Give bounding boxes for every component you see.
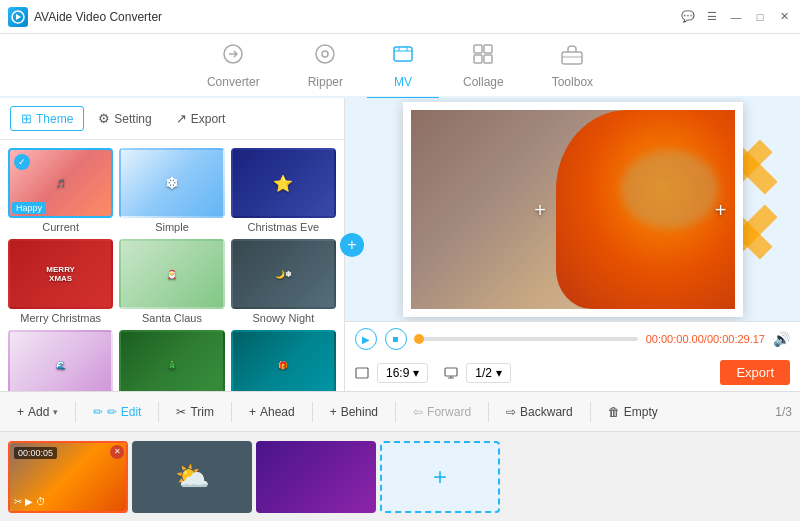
theme-item-snowy[interactable]: 🌙❄ Snowy Night bbox=[231, 239, 336, 324]
theme-label-christmas-eve: Christmas Eve bbox=[248, 221, 320, 233]
ratio-select[interactable]: 16:9 ▾ bbox=[377, 363, 428, 383]
add-label: Add bbox=[28, 405, 49, 419]
app-title: AVAide Video Converter bbox=[34, 10, 680, 24]
behind-label: Behind bbox=[341, 405, 378, 419]
theme-item-simple[interactable]: ❄ Simple bbox=[119, 148, 224, 233]
sep7 bbox=[590, 402, 591, 422]
ratio-dropdown-icon: ▾ bbox=[413, 366, 419, 380]
empty-button[interactable]: 🗑 Empty bbox=[599, 400, 667, 424]
sep1 bbox=[75, 402, 76, 422]
right-panel: + + ▶ ⏹ 00:00:00.00/00:00:29.17 🔊 bbox=[345, 98, 800, 391]
ahead-icon: + bbox=[249, 405, 256, 419]
ripper-icon bbox=[313, 42, 337, 71]
backward-button[interactable]: ⇨ Backward bbox=[497, 400, 582, 424]
theme-item-beautiful[interactable]: 🎁 Beautiful Christmas bbox=[231, 330, 336, 391]
nav-bar: Converter Ripper MV bbox=[0, 34, 800, 98]
nav-toolbox-label: Toolbox bbox=[552, 75, 593, 89]
theme-grid: ✓ 🎵 Happy Current ❄ Simple ⭐ Christmas E… bbox=[0, 140, 344, 391]
ratio-value: 16:9 bbox=[386, 366, 409, 380]
svg-rect-7 bbox=[484, 45, 492, 53]
theme-item-christmas-eve[interactable]: ⭐ Christmas Eve bbox=[231, 148, 336, 233]
film-thumb-3 bbox=[256, 441, 376, 513]
theme-badge-happy: Happy bbox=[12, 202, 46, 214]
quality-value: 1/2 bbox=[475, 366, 492, 380]
nav-converter[interactable]: Converter bbox=[183, 34, 284, 97]
svg-rect-8 bbox=[474, 55, 482, 63]
trim-button[interactable]: ✂ Trim bbox=[167, 400, 223, 424]
play-button[interactable]: ▶ bbox=[355, 328, 377, 350]
theme-item-merry[interactable]: MERRYXMAS Merry Christmas bbox=[8, 239, 113, 324]
film-scissors-icon: ✂ bbox=[14, 496, 22, 507]
film-item-1[interactable]: 00:00:05 ✕ ✂ ▶ ⏱ bbox=[8, 441, 128, 513]
preview-frame: + + bbox=[403, 102, 743, 317]
svg-rect-6 bbox=[474, 45, 482, 53]
converter-icon bbox=[221, 42, 245, 71]
title-bar: AVAide Video Converter 💬 ☰ — □ ✕ bbox=[0, 0, 800, 34]
film-time-icon: ⏱ bbox=[36, 496, 46, 507]
add-dropdown-icon: ▾ bbox=[53, 407, 58, 417]
page-info: 1/3 bbox=[775, 405, 792, 419]
tab-theme[interactable]: ⊞ Theme bbox=[10, 106, 84, 131]
film-duration-1: 00:00:05 bbox=[14, 447, 57, 459]
film-icons-1: ✂ ▶ ⏱ bbox=[14, 496, 46, 507]
export-button[interactable]: Export bbox=[720, 360, 790, 385]
tab-setting-label: Setting bbox=[114, 112, 151, 126]
menu-btn[interactable]: ☰ bbox=[704, 9, 720, 25]
sep2 bbox=[158, 402, 159, 422]
theme-item-current[interactable]: ✓ 🎵 Happy Current bbox=[8, 148, 113, 233]
sep3 bbox=[231, 402, 232, 422]
left-tabs: ⊞ Theme ⚙ Setting ↗ Export bbox=[0, 98, 344, 140]
add-button[interactable]: + Add ▾ bbox=[8, 400, 67, 424]
close-btn[interactable]: ✕ bbox=[776, 9, 792, 25]
ratio-bar: 16:9 ▾ 1/2 ▾ Export bbox=[345, 356, 800, 391]
volume-icon[interactable]: 🔊 bbox=[773, 331, 790, 347]
stop-button[interactable]: ⏹ bbox=[385, 328, 407, 350]
maximize-btn[interactable]: □ bbox=[752, 9, 768, 25]
forward-button[interactable]: ⇦ Forward bbox=[404, 400, 480, 424]
theme-item-stripes[interactable]: 🌊 Stripes & Waves bbox=[8, 330, 113, 391]
nav-toolbox[interactable]: Toolbox bbox=[528, 34, 617, 97]
preview-plus-center: + bbox=[534, 198, 546, 221]
edit-button[interactable]: ✏ ✏ Edit bbox=[84, 400, 150, 424]
film-item-3[interactable] bbox=[256, 441, 376, 513]
tab-export[interactable]: ↗ Export bbox=[166, 107, 236, 130]
theme-label-simple: Simple bbox=[155, 221, 189, 233]
message-btn[interactable]: 💬 bbox=[680, 9, 696, 25]
nav-converter-label: Converter bbox=[207, 75, 260, 89]
behind-icon: + bbox=[330, 405, 337, 419]
nav-collage[interactable]: Collage bbox=[439, 34, 528, 97]
app-logo bbox=[8, 7, 28, 27]
ahead-button[interactable]: + Ahead bbox=[240, 400, 304, 424]
progress-bar[interactable] bbox=[415, 337, 638, 341]
left-panel: ⊞ Theme ⚙ Setting ↗ Export ✓ 🎵 Happy Cur… bbox=[0, 98, 345, 391]
svg-point-3 bbox=[316, 45, 334, 63]
nav-mv[interactable]: MV bbox=[367, 34, 439, 99]
theme-item-tree[interactable]: 🎄 Christmas Tree bbox=[119, 330, 224, 391]
theme-item-santa[interactable]: 🎅 Santa Claus bbox=[119, 239, 224, 324]
film-add-button[interactable]: + bbox=[380, 441, 500, 513]
edit-label: ✏ Edit bbox=[107, 405, 141, 419]
minimize-btn[interactable]: — bbox=[728, 9, 744, 25]
svg-rect-9 bbox=[484, 55, 492, 63]
forward-label: Forward bbox=[427, 405, 471, 419]
nav-ripper[interactable]: Ripper bbox=[284, 34, 367, 97]
time-current: 00:00:00.00 bbox=[646, 333, 704, 345]
add-theme-button[interactable]: + bbox=[340, 233, 364, 257]
film-item-2[interactable]: ⛅ bbox=[132, 441, 252, 513]
svg-rect-10 bbox=[562, 52, 582, 64]
time-display: 00:00:00.00/00:00:29.17 bbox=[646, 333, 765, 345]
nav-mv-label: MV bbox=[394, 75, 412, 89]
film-close-1[interactable]: ✕ bbox=[110, 445, 124, 459]
forward-icon: ⇦ bbox=[413, 405, 423, 419]
behind-button[interactable]: + Behind bbox=[321, 400, 387, 424]
bottom-toolbar: + Add ▾ ✏ ✏ Edit ✂ Trim + Ahead + Behind… bbox=[0, 391, 800, 431]
film-play-icon: ▶ bbox=[25, 496, 33, 507]
theme-label-snowy: Snowy Night bbox=[252, 312, 314, 324]
tab-setting[interactable]: ⚙ Setting bbox=[88, 107, 161, 130]
svg-rect-5 bbox=[394, 47, 412, 61]
quality-select[interactable]: 1/2 ▾ bbox=[466, 363, 511, 383]
backward-icon: ⇨ bbox=[506, 405, 516, 419]
film-add-icon: + bbox=[433, 463, 447, 491]
sep4 bbox=[312, 402, 313, 422]
setting-tab-icon: ⚙ bbox=[98, 111, 110, 126]
